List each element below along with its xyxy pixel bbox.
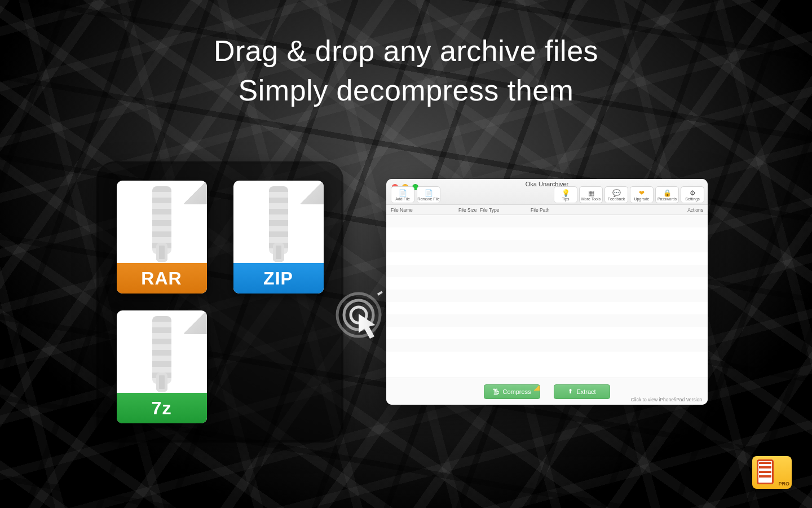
button-label: Passwords: [657, 197, 677, 201]
button-label: Compress: [502, 388, 531, 395]
archive-tile-rar[interactable]: RAR: [117, 181, 207, 294]
archive-icon: 7z: [117, 310, 207, 423]
pro-badge-label: PRO: [778, 481, 789, 487]
column-actions[interactable]: Actions: [669, 207, 703, 213]
grid-icon: ▦: [588, 190, 594, 196]
dogear-icon: [183, 181, 207, 204]
gear-icon: ⚙: [690, 190, 696, 196]
pro-ribbon-icon: [534, 384, 540, 391]
promo-headline: Drag & drop any archive files Simply dec…: [0, 34, 812, 107]
file-plus-icon: 📄: [399, 190, 407, 196]
table-row: [386, 215, 708, 227]
lock-icon: 🔒: [663, 190, 672, 196]
footer-hint-link[interactable]: Click to view iPhone/iPad Version: [631, 397, 702, 402]
table-header: File Name File Size File Type File Path …: [386, 205, 708, 215]
pro-badge[interactable]: PRO: [752, 456, 792, 489]
table-row: [386, 339, 708, 352]
add-file-button[interactable]: 📄 Add File: [391, 186, 414, 203]
table-row: [386, 227, 708, 240]
upgrade-button[interactable]: ❤ Upgrade: [630, 186, 654, 203]
button-label: Feedback: [608, 197, 625, 201]
table-row: [386, 314, 708, 327]
table-row: [386, 327, 708, 339]
button-label: Remove File: [417, 197, 439, 201]
heart-icon: ❤: [639, 190, 645, 196]
button-label: Add File: [395, 197, 410, 201]
button-label: Extract: [576, 388, 595, 395]
archive-tile-panel: RAR ZIP 7z: [99, 164, 341, 440]
column-file-name[interactable]: File Name: [391, 207, 458, 213]
file-x-icon: 📄: [425, 190, 433, 196]
tips-button[interactable]: 💡 Tips: [554, 186, 577, 203]
table-row: [386, 277, 708, 290]
table-row: [386, 265, 708, 277]
settings-button[interactable]: ⚙ Settings: [681, 186, 704, 203]
column-file-size[interactable]: File Size: [458, 207, 480, 213]
table-row: [386, 352, 708, 364]
feedback-button[interactable]: 💬 Feedback: [604, 186, 628, 203]
remove-file-button[interactable]: 📄 Remove File: [417, 186, 440, 203]
extract-button[interactable]: ⬆ Extract: [554, 384, 610, 399]
archive-icon: RAR: [117, 181, 207, 294]
dogear-icon: [183, 310, 207, 334]
table-row: [386, 252, 708, 265]
archive-tile-zip[interactable]: ZIP: [233, 181, 324, 294]
file-list[interactable]: [386, 215, 708, 378]
archive-icon: 🗜: [493, 388, 499, 395]
promo-line-1: Drag & drop any archive files: [0, 34, 812, 68]
button-label: Upgrade: [634, 197, 650, 201]
archive-label: ZIP: [233, 263, 324, 294]
button-label: More Tools: [581, 197, 601, 201]
table-row: [386, 302, 708, 314]
table-row: [386, 290, 708, 302]
chat-icon: 💬: [612, 190, 621, 196]
more-tools-button[interactable]: ▦ More Tools: [579, 186, 603, 203]
compress-button[interactable]: 🗜 Compress: [484, 384, 540, 399]
table-row: [386, 240, 708, 252]
column-file-path[interactable]: File Path: [531, 207, 669, 213]
archive-label: 7z: [117, 393, 207, 423]
dogear-icon: [300, 181, 324, 204]
passwords-button[interactable]: 🔒 Passwords: [655, 186, 679, 203]
archive-label: RAR: [117, 263, 207, 294]
extract-icon: ⬆: [568, 388, 573, 395]
lightbulb-icon: 💡: [562, 190, 570, 196]
app-window: Oka Unarchiver 📄 Add File 📄 Remove File …: [386, 179, 708, 405]
toolbar-right: 💡 Tips ▦ More Tools 💬 Feedback ❤ Upgrade…: [554, 186, 704, 203]
window-footer: 🗜 Compress ⬆ Extract Click to view iPhon…: [386, 378, 708, 405]
column-file-type[interactable]: File Type: [480, 207, 531, 213]
titlebar: Oka Unarchiver 📄 Add File 📄 Remove File …: [386, 179, 708, 205]
button-label: Tips: [562, 197, 570, 201]
promo-line-2: Simply decompress them: [0, 73, 812, 107]
archive-tile-7z[interactable]: 7z: [117, 310, 207, 423]
toolbar-left: 📄 Add File 📄 Remove File: [391, 186, 440, 203]
archive-icon: ZIP: [233, 181, 324, 294]
button-label: Settings: [685, 197, 699, 201]
